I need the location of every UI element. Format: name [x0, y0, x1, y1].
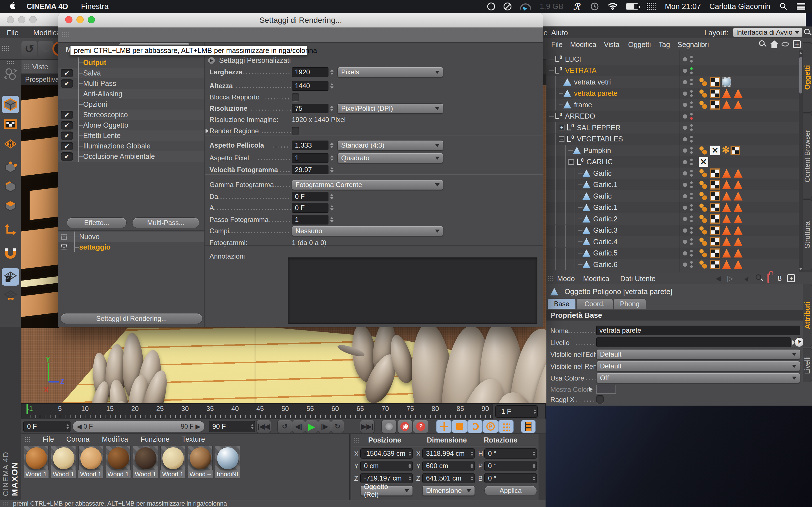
spinner[interactable] [329, 165, 335, 175]
layer-input[interactable] [596, 337, 791, 347]
rotation-p-field[interactable]: 0 ° [485, 461, 537, 471]
attr-menu-modifica[interactable]: Modifica [583, 275, 609, 283]
object-tree-row[interactable]: vetrata vetri [546, 76, 799, 88]
object-tree-row[interactable]: Garlic [546, 168, 799, 179]
app-r-icon[interactable]: ℛ [572, 2, 581, 11]
visibility-dots[interactable] [682, 213, 695, 224]
visibility-dots[interactable] [682, 190, 695, 202]
visibility-dots[interactable] [682, 122, 695, 133]
lock-icon[interactable] [767, 274, 769, 283]
app-menu-title[interactable]: CINEMA 4D [27, 2, 68, 11]
om-menu-file[interactable]: File [551, 41, 562, 49]
side-tab-oggetti[interactable]: Oggetti [803, 42, 812, 113]
texture-tag-icon[interactable] [699, 146, 708, 155]
attr-menu-dati-utente[interactable]: Dati Utente [620, 275, 656, 283]
object-tree-row[interactable]: Garlic.1 [546, 202, 799, 213]
texture-tag-icon[interactable] [699, 77, 708, 87]
visibility-dots[interactable] [682, 225, 695, 236]
material-tile[interactable]: Wood 1 [24, 446, 49, 479]
visibility-dots[interactable] [682, 145, 695, 156]
object-tree-row[interactable]: Garlic.6 [546, 259, 799, 270]
input-source-icon[interactable] [647, 3, 656, 10]
render-preset-item[interactable]: settaggio [58, 242, 204, 252]
clock[interactable]: Mon 21:07 [665, 2, 701, 11]
texture-tag-icon[interactable] [699, 214, 708, 224]
jump-end-icon[interactable]: ▶▶| [360, 420, 375, 433]
attr-menu-modo[interactable]: Modo [557, 275, 575, 283]
apple-icon[interactable] [9, 1, 16, 12]
dropdown[interactable]: Fotogramma Corrente [292, 180, 443, 190]
filter-icon[interactable] [781, 42, 789, 47]
cycle-icon[interactable]: ↺ [277, 420, 292, 433]
texture-tag-icon[interactable] [699, 180, 708, 189]
spinner[interactable] [329, 192, 335, 202]
rotation-h-field[interactable]: 0 ° [485, 448, 537, 459]
phong-tag-icon[interactable] [733, 180, 743, 189]
material-preview[interactable] [133, 446, 158, 470]
value-input[interactable]: 1.333 [292, 140, 328, 150]
material-preview[interactable] [160, 446, 185, 470]
search-icon[interactable] [804, 29, 810, 34]
uvw-tag-icon[interactable] [710, 191, 720, 201]
edges-mode-icon[interactable] [2, 178, 19, 195]
visibility-dots[interactable] [682, 156, 695, 168]
object-tree-row[interactable]: −0GARLIC✕ [546, 156, 799, 168]
phong-tag-icon[interactable] [733, 226, 743, 235]
mat-menu-file[interactable]: File [43, 435, 54, 443]
name-input[interactable]: vetrata parete [596, 326, 800, 335]
workplane-icon[interactable] [2, 135, 19, 153]
lock-parameter-icon[interactable]: P [483, 420, 498, 433]
search-icon[interactable] [759, 40, 765, 46]
side-tab-struttura[interactable]: Struttura [803, 200, 812, 270]
texture-tag-icon[interactable] [699, 100, 708, 110]
object-tree-row[interactable]: Garlic.1 [546, 179, 799, 190]
material-preview[interactable] [79, 446, 103, 470]
current-frame-field[interactable]: 0 F [23, 421, 70, 432]
expand-toggle-icon[interactable]: − [568, 159, 574, 165]
object-tree-row[interactable]: Garlic.2 [546, 213, 799, 224]
notification-center-icon[interactable] [797, 3, 805, 10]
checkbox[interactable]: ✔ [61, 152, 73, 161]
texture-tag-icon[interactable] [699, 260, 708, 269]
offset-frame-field[interactable]: -1 F [495, 405, 538, 418]
material-preview[interactable] [106, 446, 131, 470]
mat-menu-funzione[interactable]: Funzione [140, 435, 169, 443]
snap-magnet-icon[interactable] [2, 244, 19, 262]
checkbox[interactable]: ✔ [61, 142, 73, 151]
visibility-dots[interactable] [682, 259, 695, 270]
phong-tag-icon[interactable] [722, 168, 731, 178]
render-tree-item[interactable]: Anti-Aliasing [58, 89, 204, 99]
material-tile[interactable]: Wood – [188, 446, 213, 479]
dialog-titlebar[interactable]: Settaggi di Rendering... [58, 13, 543, 27]
position-z-field[interactable]: -719.197 cm [360, 473, 413, 483]
uvw-tag-icon[interactable] [710, 89, 720, 98]
effect-button[interactable]: Effetto... [67, 217, 126, 228]
render-tree-item[interactable]: ✔ Occlusione Ambientale [58, 151, 204, 162]
spinner[interactable] [329, 153, 335, 163]
jump-start-icon[interactable]: |◀◀ [256, 420, 271, 433]
value-input[interactable]: 1 [292, 153, 328, 163]
expand-toggle-icon[interactable]: − [559, 136, 564, 142]
phong-tag-icon[interactable] [722, 260, 731, 269]
uvw-tag-icon[interactable] [710, 168, 720, 178]
dropdown[interactable]: Quadrato [338, 153, 443, 163]
time-machine-icon[interactable] [590, 2, 599, 11]
spinner[interactable] [329, 104, 335, 113]
om-menu-segnalibri[interactable]: Segnalibri [677, 41, 709, 49]
scrollbar-thumb[interactable] [799, 57, 802, 94]
menu-finestra[interactable]: Finestra [81, 2, 109, 11]
material-tile[interactable]: Wood 1 [133, 446, 158, 479]
material-preview[interactable] [51, 446, 76, 470]
loop-icon[interactable]: ↻ [331, 420, 344, 433]
render-tree-item[interactable]: ✔ Illuminazione Globale [58, 141, 204, 151]
visibility-dots[interactable] [682, 179, 695, 190]
memory-gauge-icon[interactable] [520, 3, 531, 10]
mat-menu-modifica[interactable]: Modifica [102, 435, 128, 443]
expand-icon[interactable] [208, 57, 215, 64]
render-tree-item[interactable]: ✔ Multi-Pass [58, 78, 204, 89]
mat-menu-corona[interactable]: Corona [66, 435, 89, 443]
object-tree-row[interactable]: 0ARREDO [546, 111, 799, 122]
history-back-icon[interactable]: ◀ [716, 274, 721, 283]
timeline-ruler[interactable]: -151015202530354045505560657075808590 [21, 403, 493, 419]
expand-toggle-icon[interactable]: + [559, 125, 564, 130]
